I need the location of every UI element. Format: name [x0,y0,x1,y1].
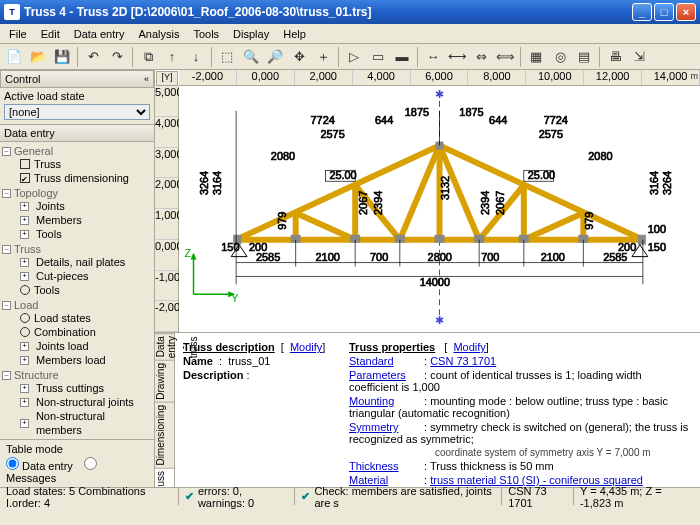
print-icon[interactable]: 🖶 [604,46,626,68]
active-load-select[interactable]: [none] [4,104,150,120]
item-joints-load[interactable]: Joints load [36,339,89,353]
select-box-icon[interactable]: ▭ [367,46,389,68]
group-structure[interactable]: Structure [14,369,59,381]
up-icon[interactable]: ↑ [161,46,183,68]
layers-icon[interactable]: ▤ [573,46,595,68]
item-cut[interactable]: Cut-pieces [36,269,89,283]
checkbox-icon[interactable] [20,159,30,169]
window-title: Truss 4 - Truss 2D [D:\2006\01_Roof_2006… [24,5,630,19]
panel-collapse-icon[interactable]: « [144,74,149,84]
expand-icon[interactable]: + [20,202,29,211]
menu-display[interactable]: Display [226,26,276,42]
tab-drawing[interactable]: Drawing [155,360,174,402]
tab-dimensioning[interactable]: Dimensioning [155,402,174,468]
tab-truss[interactable]: Truss [155,468,174,487]
desc-label: Description [183,369,244,381]
dim-4-icon[interactable]: ⟺ [494,46,516,68]
new-icon[interactable]: 📄 [3,46,25,68]
down-icon[interactable]: ↓ [185,46,207,68]
item-combination[interactable]: Combination [34,325,96,339]
collapse-icon[interactable]: − [2,147,11,156]
item-ns-members[interactable]: Non-structural members [36,409,152,437]
active-load-label: Active load state [4,90,150,102]
zoom-in-icon[interactable]: 🔍 [240,46,262,68]
item-members-load[interactable]: Members load [36,353,106,367]
item-joints[interactable]: Joints [36,199,65,213]
axis-icon[interactable]: ＋ [312,46,334,68]
export-icon[interactable]: ⇲ [628,46,650,68]
expand-icon[interactable]: + [20,419,29,428]
copy-icon[interactable]: ⧉ [137,46,159,68]
status-loads: Load states: 5 Combinations I.order: 4 [0,488,179,505]
item-truss[interactable]: Truss [34,157,61,171]
menu-data-entry[interactable]: Data entry [67,26,132,42]
dim-3-icon[interactable]: ⇔ [470,46,492,68]
expand-icon[interactable]: + [20,398,29,407]
tab-data-entry-truss[interactable]: Data entry - truss [155,333,174,360]
item-ns-joints[interactable]: Non-structural joints [36,395,134,409]
menu-file[interactable]: File [2,26,34,42]
undo-icon[interactable]: ↶ [82,46,104,68]
radio-icon[interactable] [20,285,30,295]
expand-icon[interactable]: + [20,216,29,225]
svg-text:3164: 3164 [648,171,660,195]
standard-label: Standard [349,355,421,367]
collapse-icon[interactable]: − [2,301,11,310]
expand-icon[interactable]: + [20,272,29,281]
modify-props-link[interactable]: Modify [453,341,485,353]
app-icon: T [4,4,20,20]
statusbar: Load states: 5 Combinations I.order: 4 ✔… [0,487,700,505]
item-load-states[interactable]: Load states [34,311,91,325]
expand-icon[interactable]: + [20,384,29,393]
menu-edit[interactable]: Edit [34,26,67,42]
collapse-icon[interactable]: − [2,245,11,254]
save-icon[interactable]: 💾 [51,46,73,68]
snap-icon[interactable]: ◎ [549,46,571,68]
expand-icon[interactable]: + [20,356,29,365]
pointer-icon[interactable]: ▷ [343,46,365,68]
expand-icon[interactable]: + [20,258,29,267]
group-truss[interactable]: Truss [14,243,41,255]
item-members[interactable]: Members [36,213,82,227]
radio-icon[interactable] [20,313,30,323]
expand-icon[interactable]: + [20,342,29,351]
standard-link[interactable]: CSN 73 1701 [430,355,496,367]
item-truss-dim[interactable]: Truss dimensioning [34,171,129,185]
zoom-fit-icon[interactable]: ⬚ [216,46,238,68]
svg-marker-4 [191,253,197,260]
menu-analysis[interactable]: Analysis [131,26,186,42]
zoom-out-icon[interactable]: 🔎 [264,46,286,68]
group-topology[interactable]: Topology [14,187,58,199]
minimize-button[interactable]: _ [632,3,652,21]
dim-2-icon[interactable]: ⟷ [446,46,468,68]
menu-tools[interactable]: Tools [186,26,226,42]
pan-icon[interactable]: ✥ [288,46,310,68]
drawing-canvas[interactable]: [Y] -2,0000,0002,0004,0006,0008,00010,00… [155,70,700,332]
item-cuttings[interactable]: Truss cuttings [36,381,104,395]
modify-desc-link[interactable]: Modify [290,341,322,353]
svg-text:2080: 2080 [588,150,612,162]
radio-data-entry[interactable]: Data entry [6,460,73,472]
grid-icon[interactable]: ▦ [525,46,547,68]
ok-icon: ✔ [185,490,194,503]
item-details[interactable]: Details, nail plates [36,255,125,269]
maximize-button[interactable]: □ [654,3,674,21]
close-button[interactable]: × [676,3,696,21]
group-load[interactable]: Load [14,299,38,311]
open-icon[interactable]: 📂 [27,46,49,68]
redo-icon[interactable]: ↷ [106,46,128,68]
select-seg-icon[interactable]: ▬ [391,46,413,68]
item-tools[interactable]: Tools [36,227,62,241]
radio-icon[interactable] [20,327,30,337]
item-tools2[interactable]: Tools [34,283,60,297]
group-general[interactable]: General [14,145,53,157]
data-entry-tree[interactable]: −General Truss Truss dimensioning −Topol… [0,142,154,439]
dim-1-icon[interactable]: ↔ [422,46,444,68]
separator [599,47,600,67]
svg-rect-27 [435,235,445,243]
collapse-icon[interactable]: − [2,371,11,380]
expand-icon[interactable]: + [20,230,29,239]
menu-help[interactable]: Help [276,26,313,42]
checkbox-checked-icon[interactable] [20,173,30,183]
collapse-icon[interactable]: − [2,189,11,198]
